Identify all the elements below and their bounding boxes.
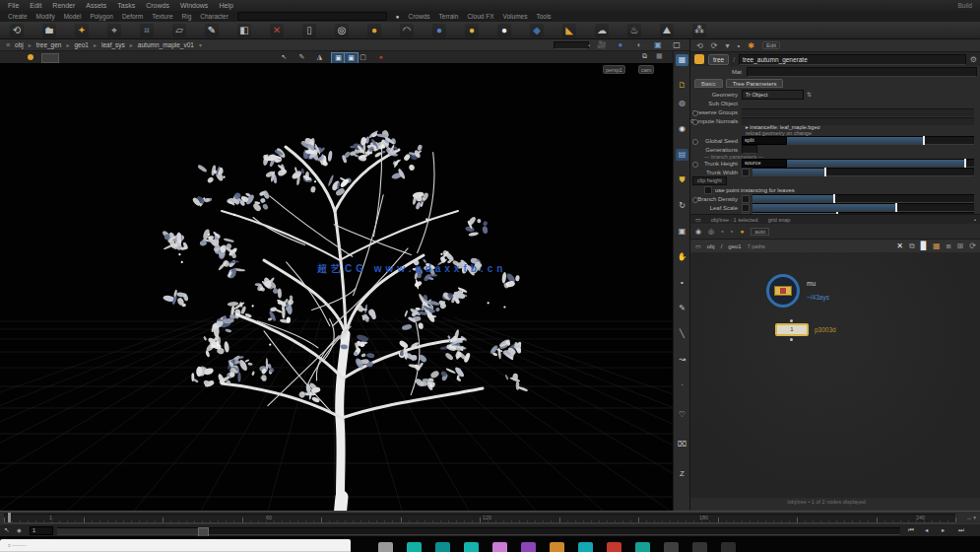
param-toggle-dot[interactable] — [692, 197, 698, 203]
cam-badge[interactable]: cam — [638, 65, 654, 74]
curve-icon[interactable]: ↝ — [676, 354, 688, 366]
point-icon[interactable]: · — [676, 380, 688, 391]
ball-tool-icon[interactable]: ● — [497, 24, 511, 37]
forward-icon[interactable]: ⟳ — [711, 41, 718, 50]
layout-grid-icon[interactable]: ▦ — [676, 54, 688, 66]
d-view-icon[interactable]: ⧉ — [642, 52, 647, 60]
node-name-field[interactable]: tree_autumn_generate — [739, 54, 966, 65]
ring-tool-icon[interactable]: ◎ — [335, 24, 349, 37]
shelf-tab-modify[interactable]: Modify — [36, 13, 55, 20]
taskbar-app-icon-9[interactable] — [607, 542, 621, 552]
arc-tool-icon[interactable]: ◠ — [400, 24, 414, 37]
menu-item-tasks[interactable]: Tasks — [117, 2, 135, 9]
param-check[interactable] — [742, 169, 750, 176]
menu-item-edit[interactable]: Edit — [30, 2, 41, 9]
taskbar-app-icon-11[interactable] — [664, 542, 679, 552]
param-slider-handle[interactable] — [833, 194, 835, 203]
back-icon[interactable]: ⟲ — [696, 41, 703, 50]
menu-item-assets[interactable]: Assets — [86, 2, 106, 9]
recent-icon[interactable]: ▾ — [725, 41, 729, 50]
shelf-tab-tools[interactable]: Tools — [536, 13, 551, 20]
menu-item-windows[interactable]: Windows — [180, 2, 208, 9]
grid-tool-icon[interactable]: ⌗ — [140, 24, 154, 37]
param-slider[interactable] — [752, 194, 974, 203]
record-dot-icon[interactable]: ● — [374, 52, 387, 62]
shelf-more-button[interactable]: ● — [396, 14, 400, 20]
net-path-item[interactable]: obj — [707, 243, 715, 249]
playbar-slider[interactable] — [57, 527, 900, 535]
shelf-tab-deform[interactable]: Deform — [122, 13, 143, 20]
view-search-field[interactable] — [554, 41, 589, 49]
param-slider-handle[interactable] — [895, 203, 897, 212]
spark-tool-icon[interactable]: ✦ — [75, 24, 89, 37]
breadcrumb-segment[interactable]: leaf_sys — [101, 41, 125, 48]
scene-viewport[interactable]: 超艺CG www.qdaxxfb.cnpersp1cam — [0, 63, 673, 511]
param-tab-1[interactable]: Basic — [694, 79, 723, 88]
param-slider[interactable] — [752, 168, 974, 176]
taskbar-app-icon-4[interactable] — [464, 542, 479, 552]
smoke-tool-icon[interactable]: ♨ — [627, 24, 641, 37]
panel-blue-icon[interactable]: ▣ — [651, 40, 665, 49]
breadcrumb-segment[interactable]: autumn_maple_v01 — [138, 41, 194, 48]
taskbar-app-icon-12[interactable] — [692, 542, 707, 552]
breadcrumb-segment[interactable]: obj — [15, 41, 24, 48]
sq-a-icon[interactable]: ▫ — [721, 228, 723, 235]
shelf-tab-volumes[interactable]: Volumes — [503, 13, 528, 20]
timeline[interactable]: 160120180240↔ ▾ — [0, 511, 980, 524]
param-slider-handle[interactable] — [923, 136, 925, 145]
timeline-groove[interactable] — [4, 514, 955, 523]
param-slider[interactable] — [787, 136, 974, 145]
pin-icon[interactable]: • — [737, 41, 740, 50]
dot-icon[interactable]: • — [676, 277, 688, 289]
frame-box-icon[interactable]: ▢ — [357, 52, 369, 62]
param-slider-handle[interactable] — [824, 168, 826, 176]
camera-icon[interactable]: 🎥 — [595, 40, 609, 49]
rotate-icon[interactable]: ↻ — [676, 200, 688, 212]
param-toggle-dot2[interactable] — [692, 110, 698, 116]
debris-tool-icon[interactable]: ⁂ — [692, 24, 706, 37]
shelf-tab-model[interactable]: Model — [64, 13, 82, 20]
frame-current-field[interactable]: 1 — [30, 526, 53, 535]
taskbar-app-icon-10[interactable] — [635, 542, 650, 552]
out-node-output-dot[interactable] — [790, 338, 793, 341]
copy-icon[interactable]: ⧉ — [909, 242, 915, 251]
sphere-tool-icon[interactable]: ● — [465, 24, 479, 37]
palette-icon[interactable]: ▦ — [933, 242, 941, 250]
globe-icon[interactable]: ● — [614, 40, 627, 49]
cloud-tool-icon[interactable]: ☁ — [595, 24, 609, 37]
step-back-icon[interactable]: ◂ — [925, 526, 928, 534]
net-menu-chip[interactable]: ▭ — [695, 242, 701, 249]
undo-tool-icon[interactable]: ⟲ — [10, 24, 24, 37]
snapshot-box[interactable] — [41, 53, 59, 63]
taskbar-app-icon-7[interactable] — [550, 542, 564, 552]
auto-chip[interactable]: auto — [751, 228, 769, 236]
shelf-tab-crowds[interactable]: Crowds — [408, 13, 429, 20]
param-slider[interactable] — [752, 203, 974, 212]
delete-tool-icon[interactable]: ✕ — [270, 24, 284, 37]
play-icon[interactable]: ▸ — [942, 526, 945, 534]
shelf-tab-polygon[interactable]: Polygon — [90, 13, 113, 20]
footer-dot-icon[interactable]: • — [974, 217, 976, 223]
frame-icon[interactable]: ▣ — [676, 226, 688, 238]
breadcrumb-segment[interactable]: geo1 — [74, 41, 88, 48]
circle-button-icon[interactable]: ◎ — [708, 228, 714, 236]
taskbar-app-icon-13[interactable] — [721, 542, 736, 552]
shelf-tab-create[interactable]: Create — [8, 13, 28, 20]
draw-pen-icon[interactable]: ✎ — [295, 52, 308, 62]
shelf-tab-cloud-fx[interactable]: Cloud FX — [467, 13, 493, 20]
param-slider-handle[interactable] — [964, 159, 966, 168]
panel-light-icon[interactable]: ▢ — [670, 40, 684, 49]
favorite-icon[interactable]: ✱ — [748, 41, 754, 50]
display-flag-dot[interactable] — [28, 54, 33, 60]
network-canvas[interactable]: mu~/43ays1p3003d — [690, 252, 980, 498]
taskbar-app-icon-3[interactable] — [435, 542, 450, 552]
grid-small-icon[interactable]: ⊞ — [957, 242, 964, 250]
sq-b-icon[interactable]: ▫ — [731, 228, 733, 235]
heart-icon[interactable]: ♡ — [676, 409, 688, 421]
param-toggle-dot[interactable] — [692, 162, 698, 168]
out-node-input-dot[interactable] — [790, 319, 793, 322]
menu-item-help[interactable]: Help — [219, 2, 232, 9]
refresh-icon[interactable]: ⟳ — [969, 242, 976, 250]
node-type-chip[interactable]: tree — [708, 54, 729, 65]
pen-icon[interactable]: ✎ — [676, 303, 688, 314]
